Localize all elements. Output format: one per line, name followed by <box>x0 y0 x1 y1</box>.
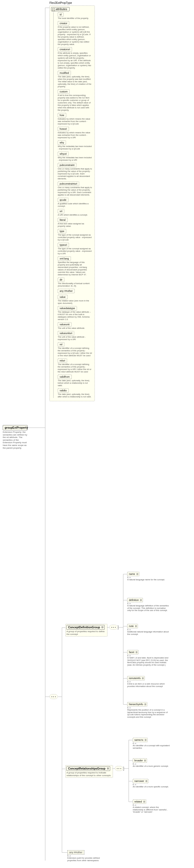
attribute-desc: Indicates by which means the value was e… <box>58 118 92 125</box>
attribute-name: dir <box>58 278 64 282</box>
attribute-desc: The identifier of a concept defining the… <box>58 347 92 357</box>
attribute-item: valuedatatypeThe datatype of the value a… <box>58 306 93 320</box>
attribute-desc: If set to true the corresponding propert… <box>58 94 92 111</box>
attribute-item: dirThe directionality of textual content… <box>58 278 93 287</box>
element-name[interactable]: definition <box>127 598 143 602</box>
attribute-desc: One or many constraints that apply to pu… <box>58 186 92 196</box>
root-element-desc: Extension Property: the semantics are de… <box>3 431 27 449</box>
attribute-item: howuriIndicates by which means the value… <box>58 127 93 139</box>
element-desc: An identifier of a more generic concept. <box>133 765 170 768</box>
attribute-item: idThe local identifier of the property. <box>58 12 93 20</box>
connector <box>129 740 129 802</box>
attribute-item: xml:langSpecifies the language of this p… <box>58 256 93 276</box>
attribute-item: whyWhy the metadata has been included - … <box>58 141 93 150</box>
attribute-item: reluriThe identifier of a concept defini… <box>58 359 93 373</box>
group-title[interactable]: ConceptDefinitionGroup <box>66 625 105 630</box>
connector <box>123 626 127 626</box>
connector <box>62 769 65 769</box>
connector <box>107 627 109 627</box>
connector <box>123 678 127 679</box>
root-element: groupExtProperty Extension Property: the… <box>3 425 27 449</box>
concept-definition-group: ConceptDefinitionGroup A group of proper… <box>65 624 107 637</box>
attribute-desc: One or many constraints that apply to pu… <box>58 167 92 180</box>
attribute-desc: The local identifier of the property. <box>58 17 92 20</box>
attributes-header[interactable]: attributes <box>51 7 70 11</box>
attribute-desc: If the attribute is empty, specifies whi… <box>58 52 92 69</box>
attributes-container: attributes idThe local identifier of the… <box>50 5 95 401</box>
schema-element: note0..∞Additional natural language info… <box>127 624 170 636</box>
occurrence: 0..∞ <box>127 707 170 709</box>
attribute-desc: Why the metadata has been included - exp… <box>58 145 92 150</box>
attribute-name: rel <box>58 342 64 347</box>
attribute-name: pubconstraint <box>58 163 76 167</box>
element-name[interactable]: note <box>127 624 138 628</box>
attribute-item: creatoruriIf the attribute is empty, spe… <box>58 47 93 69</box>
element-desc: Additional natural language information … <box>127 631 170 636</box>
schema-element: narrower0..∞An identifier of a more spec… <box>133 779 170 788</box>
schema-element: sameAs0..∞An identifier of a concept wit… <box>133 738 170 749</box>
element-name[interactable]: narrower <box>133 779 148 783</box>
any-other-label: any ##other <box>67 850 84 855</box>
attribute-desc: The directionality of textual content (e… <box>58 282 92 287</box>
element-name[interactable]: broader <box>133 758 147 763</box>
attribute-item: pubconstrainturiOne or many constraints … <box>58 182 93 196</box>
connector <box>62 627 65 628</box>
attribute-name: qcode <box>58 198 68 202</box>
attribute-name: uri <box>58 209 64 213</box>
attribute-desc: A URI which identifies a concept. <box>58 214 92 216</box>
attribute-name: why <box>58 141 66 145</box>
occurrence: 0..∞ <box>133 804 170 806</box>
schema-element: name0..∞A natural language name for the … <box>127 572 170 581</box>
attribute-name: howuri <box>58 127 69 131</box>
element-desc: A natural language name for the concept. <box>127 579 170 581</box>
element-name[interactable]: sameAs <box>133 738 147 742</box>
attribute-desc: The type of the concept assigned as cont… <box>58 234 92 241</box>
attribute-desc: If the property value is not defined, sp… <box>58 26 92 45</box>
attribute-item: literalA free-text value assigned as pro… <box>58 218 93 227</box>
attribute-name: valueunit <box>58 322 72 327</box>
element-desc: In NAR 1.8 and later, facet is deprecate… <box>127 657 170 666</box>
connector <box>129 740 133 740</box>
attribute-item: valueunituriThe unit of the value attrib… <box>58 331 93 341</box>
attribute-item: any ##other <box>58 289 93 293</box>
occurrence: 0..∞ <box>133 783 170 785</box>
root-type-label: Flex2ExtPropType <box>50 1 72 4</box>
connector <box>28 428 45 428</box>
root-element-label: groupExtProperty <box>3 425 27 430</box>
compositor-stack-icon <box>118 626 118 629</box>
compositor-stack-icon <box>123 767 124 771</box>
attribute-item: whyuriWhy the metadata has been included… <box>58 152 93 161</box>
attribute-item: pubconstraintOne or many constraints tha… <box>58 163 93 180</box>
attribute-desc: Why the metadata has been included - exp… <box>58 156 92 161</box>
attribute-name: validfrom <box>58 375 72 379</box>
connector <box>123 600 127 600</box>
element-name[interactable]: facet <box>127 650 138 654</box>
element-name[interactable]: related <box>133 800 146 804</box>
attribute-name: valueunituri <box>58 331 74 335</box>
attribute-item: qcodeA qualified code which identifies a… <box>58 198 93 207</box>
attribute-desc: Specifies the language of this property … <box>58 261 92 276</box>
group-title[interactable]: ConceptRelationshipsGroup <box>66 766 110 771</box>
attribute-name: creator <box>58 21 69 26</box>
occurrence: 0..∞ <box>127 681 170 683</box>
occurrence: 0..∞ <box>127 628 170 630</box>
connector <box>58 696 62 697</box>
element-name[interactable]: name <box>127 572 139 576</box>
attribute-name: xml:lang <box>58 256 71 261</box>
sequence-compositor <box>115 766 123 771</box>
attribute-item: validfromThe date (and, optionally, the … <box>58 375 93 387</box>
attribute-item: modifiedThe date (and, optionally, the t… <box>58 71 93 88</box>
attribute-name: typeuri <box>58 243 69 247</box>
element-desc: A link to an item or a web resource whic… <box>127 683 170 687</box>
connector <box>129 802 133 802</box>
schema-element: related0..∞A related concept, where the … <box>133 800 170 813</box>
attribute-desc: The type of the concept assigned as cont… <box>58 247 92 255</box>
element-name[interactable]: hierarchyInfo <box>127 702 147 707</box>
occurrence: 0..∞ <box>127 577 170 579</box>
element-name[interactable]: remoteInfo <box>127 676 145 680</box>
attribute-desc: Indicates by which means the value was e… <box>58 131 92 139</box>
schema-element: definition0..∞A natural language definit… <box>127 598 170 612</box>
schema-element: remoteInfo0..∞A link to an item or a web… <box>127 676 170 687</box>
attribute-item: relThe identifier of a concept defining … <box>58 342 93 357</box>
attribute-name: reluri <box>58 359 67 363</box>
